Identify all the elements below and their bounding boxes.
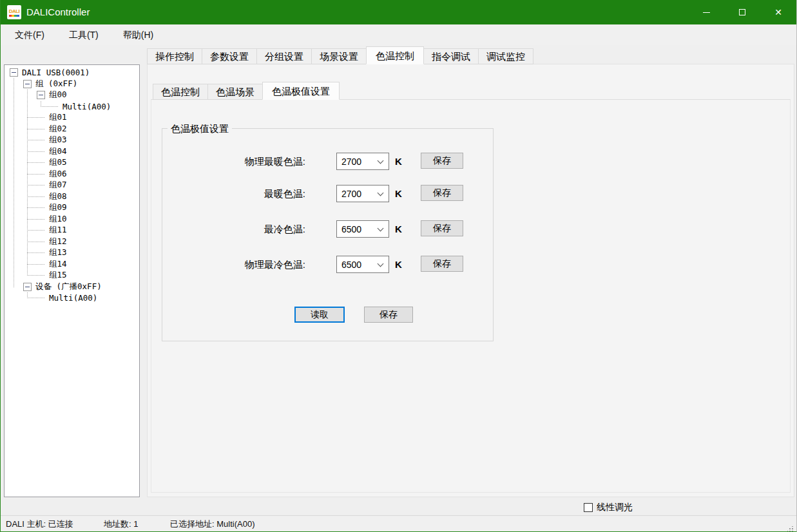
maximize-button[interactable]	[724, 0, 760, 24]
tab-operation-control[interactable]: 操作控制	[147, 48, 202, 64]
tree-item-group06[interactable]: 组06	[5, 169, 139, 180]
status-selected-address: 已选择地址: Multi(A00)	[170, 516, 254, 532]
save-all-button[interactable]: 保存	[364, 307, 413, 323]
tree-collapse-icon[interactable]	[10, 68, 18, 77]
warmest-save-button[interactable]: 保存	[421, 185, 463, 201]
warmest-combobox[interactable]: 2700	[336, 185, 389, 202]
tab-grouping-settings[interactable]: 分组设置	[256, 48, 312, 64]
phys-warmest-label: 物理最暖色温:	[162, 153, 305, 170]
checkbox-unchecked-icon[interactable]	[584, 503, 593, 512]
close-button[interactable]: ✕	[760, 0, 796, 24]
chevron-down-icon	[378, 190, 384, 196]
tree-item-label: 组13	[49, 247, 67, 258]
menu-bar: 文件(F) 工具(T) 帮助(H)	[1, 24, 796, 45]
minimize-icon	[703, 12, 710, 13]
tree-item-label: 组05	[49, 157, 67, 168]
coolest-combobox[interactable]: 6500	[336, 220, 389, 238]
tree-item-group15[interactable]: 组15	[5, 270, 139, 281]
linear-dimming-label: 线性调光	[597, 502, 633, 513]
tab-parameter-settings[interactable]: 参数设置	[202, 48, 257, 64]
warmest-label: 最暖色温:	[162, 185, 305, 202]
tree-item-label: 组02	[49, 124, 67, 135]
menu-help[interactable]: 帮助(H)	[115, 25, 161, 44]
tree-item-label: 设备 (广播0xFF)	[35, 281, 102, 292]
tab-command-debug[interactable]: 指令调试	[423, 48, 479, 64]
tree-item-group07[interactable]: 组07	[5, 180, 139, 191]
tree-item-label: 组11	[49, 225, 67, 236]
tree-item-label: 组12	[49, 236, 67, 247]
unit-kelvin: K	[395, 185, 402, 202]
tab-scene-settings[interactable]: 场景设置	[311, 48, 367, 64]
chevron-down-icon	[378, 261, 384, 267]
menu-file[interactable]: 文件(F)	[7, 25, 52, 44]
tree-item-label: 组01	[49, 112, 67, 123]
minimize-button[interactable]	[688, 0, 724, 24]
tree-item-group04[interactable]: 组04	[5, 146, 139, 158]
tree-item-group02[interactable]: 组02	[5, 124, 139, 135]
tree-item-label: 组14	[49, 259, 67, 270]
tree-item-group08[interactable]: 组08	[5, 191, 139, 203]
tree-item-label: 组10	[49, 214, 67, 225]
sub-tab-strip: 色温控制 色温场景 色温极值设置	[153, 84, 339, 100]
tree-item-label: DALI USB(0001)	[22, 68, 90, 77]
tree-item-group12[interactable]: 组12	[5, 236, 139, 248]
tree-item-group00[interactable]: 组00	[5, 90, 139, 101]
tree-collapse-icon[interactable]	[23, 283, 32, 291]
main-tab-strip: 操作控制 参数设置 分组设置 场景设置 色温控制 指令调试 调试监控	[147, 48, 533, 64]
tree-item-label: 组06	[49, 169, 67, 180]
read-button[interactable]: 读取	[294, 307, 345, 323]
tree-item-label: 组09	[49, 202, 67, 213]
tree-item-multi-a00[interactable]: Multi(A00)	[5, 101, 139, 113]
tree-item-dali-usb[interactable]: DALI USB(0001)	[5, 67, 139, 79]
phys-warmest-save-button[interactable]: 保存	[421, 153, 463, 169]
unit-kelvin: K	[395, 220, 402, 238]
unit-kelvin: K	[395, 256, 402, 273]
groupbox-title: 色温极值设置	[168, 123, 232, 135]
subtab-color-temp-scene[interactable]: 色温场景	[207, 84, 263, 100]
tree-item-group05[interactable]: 组05	[5, 157, 139, 169]
tree-item-group03[interactable]: 组03	[5, 135, 139, 146]
app-window: DALI DALIController ✕ 文件(F) 工具(T) 帮助(H) …	[0, 0, 797, 532]
tab-color-temp-control[interactable]: 色温控制	[366, 46, 424, 64]
combobox-value: 2700	[341, 189, 361, 199]
app-icon: DALI	[7, 5, 21, 19]
tree-item-group10[interactable]: 组10	[5, 214, 139, 225]
tab-debug-monitor[interactable]: 调试监控	[478, 48, 533, 64]
tree-item-group09[interactable]: 组09	[5, 202, 139, 214]
phys-coolest-combobox[interactable]: 6500	[336, 256, 389, 273]
window-title: DALIController	[26, 0, 90, 24]
tree-item-multi-a00-device[interactable]: Multi(A00)	[5, 292, 139, 304]
coolest-save-button[interactable]: 保存	[421, 220, 463, 236]
combobox-value: 6500	[341, 260, 361, 270]
device-tree: DALI USB(0001) 组 (0xFF) 组00 Multi(A00) 组…	[5, 65, 139, 304]
status-bar: DALI 主机: 已连接 地址数: 1 已选择地址: Multi(A00)	[1, 515, 796, 532]
resize-grip[interactable]	[787, 526, 794, 532]
phys-coolest-label: 物理最冷色温:	[162, 256, 305, 273]
tree-item-label: 组04	[49, 146, 67, 157]
tree-item-label: Multi(A00)	[62, 102, 111, 111]
phys-coolest-save-button[interactable]: 保存	[421, 256, 463, 272]
tree-collapse-icon[interactable]	[23, 80, 32, 88]
tree-item-group11[interactable]: 组11	[5, 225, 139, 236]
tree-item-group14[interactable]: 组14	[5, 259, 139, 271]
app-icon-text: DALI	[9, 8, 20, 15]
chevron-down-icon	[378, 225, 384, 232]
tree-item-device-broadcast[interactable]: 设备 (广播0xFF)	[5, 281, 139, 293]
status-host-connection: DALI 主机: 已连接	[6, 516, 73, 532]
subtab-color-temp-limits[interactable]: 色温极值设置	[262, 82, 340, 100]
linear-dimming-checkbox-group[interactable]: 线性调光	[584, 502, 633, 513]
tree-item-group-root[interactable]: 组 (0xFF)	[5, 79, 139, 90]
menu-tools[interactable]: 工具(T)	[61, 25, 106, 44]
tree-item-group13[interactable]: 组13	[5, 247, 139, 259]
chevron-down-icon	[378, 158, 384, 164]
close-icon: ✕	[774, 8, 782, 17]
tree-item-group01[interactable]: 组01	[5, 112, 139, 124]
phys-warmest-combobox[interactable]: 2700	[336, 153, 389, 170]
subtab-color-temp-control[interactable]: 色温控制	[153, 84, 208, 100]
app-icon-color-strip	[9, 15, 19, 17]
device-tree-panel: DALI USB(0001) 组 (0xFF) 组00 Multi(A00) 组…	[4, 64, 140, 497]
title-bar: DALI DALIController ✕	[1, 0, 796, 24]
tree-item-label: Multi(A00)	[49, 293, 97, 303]
combobox-value: 6500	[341, 224, 361, 234]
tree-collapse-icon[interactable]	[37, 91, 45, 99]
